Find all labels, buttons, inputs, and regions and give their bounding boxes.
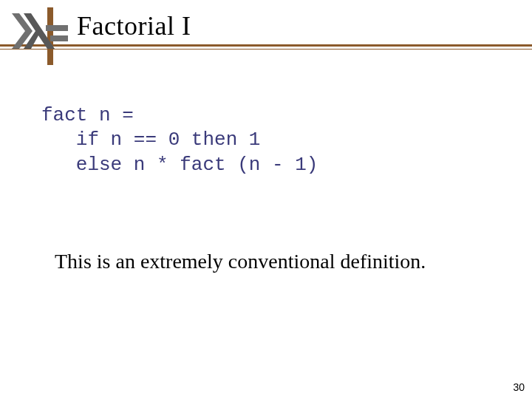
haskell-lambda-icon <box>9 7 68 65</box>
svg-rect-4 <box>50 35 68 41</box>
code-block: fact n = if n == 0 then 1 else n * fact … <box>41 103 318 177</box>
header-rule-thick <box>0 44 532 47</box>
code-line-3: else n * fact (n - 1) <box>41 154 318 176</box>
svg-rect-3 <box>46 25 68 31</box>
slide-caption: This is an extremely conventional defini… <box>55 250 426 273</box>
slide-header: Factorial I <box>0 0 532 58</box>
code-line-1: fact n = <box>41 104 134 126</box>
code-line-2: if n == 0 then 1 <box>41 129 260 151</box>
slide-title: Factorial I <box>77 10 191 41</box>
page-number: 30 <box>513 381 525 393</box>
header-rule-thin <box>0 49 532 50</box>
slide: Factorial I fact n = if n == 0 then 1 el… <box>0 0 532 399</box>
